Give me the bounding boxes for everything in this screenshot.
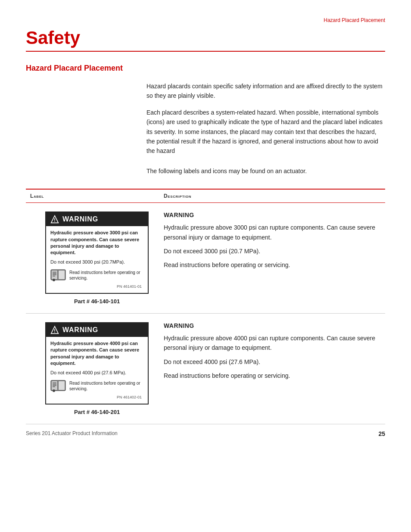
hazard-table: Label Description ! WARNING Hydraulic pr… <box>26 189 385 424</box>
breadcrumb: Hazard Placard Placement <box>26 17 385 23</box>
desc-p3-1: Read instructions before operating or se… <box>164 260 381 270</box>
warning-triangle-icon-2: ! <box>50 326 59 334</box>
page-footer: Series 201 Actuator Product Information … <box>0 430 411 437</box>
warning-header-1: ! WARNING <box>46 212 148 226</box>
warning-triangle-icon-1: ! <box>50 215 59 224</box>
svg-rect-16 <box>59 381 65 390</box>
warning-normal-text-2: Do not exceed 4000 psi (27.6 MPa). <box>50 370 143 376</box>
following-content: The following labels and icons may be fo… <box>146 163 385 189</box>
desc-p1-1: Hydraulic pressure above 3000 psi can ru… <box>164 223 381 242</box>
svg-rect-21 <box>53 386 55 387</box>
warning-placard-1: ! WARNING Hydraulic pressure above 3000 … <box>45 212 149 294</box>
warning-icon-text-1: Read instructions before operating or se… <box>69 270 143 281</box>
warning-pn-2: PN 461402-01 <box>50 394 143 400</box>
desc-warning-title-1: WARNING <box>164 212 381 218</box>
footer-left: Series 201 Actuator Product Information <box>26 430 118 437</box>
svg-rect-19 <box>53 384 56 385</box>
col-label-1: ! WARNING Hydraulic pressure above 3000 … <box>26 212 164 305</box>
manual-icon-1 <box>50 269 66 282</box>
desc-p1-2: Hydraulic pressure above 4000 psi can ru… <box>164 333 381 353</box>
svg-text:!: ! <box>54 217 56 223</box>
desc-p2-1: Do not exceed 3000 psi (20.7 MPa). <box>164 246 381 256</box>
svg-text:!: ! <box>54 328 56 333</box>
warning-bold-text-2: Hydraulic pressure above 4000 psi can ru… <box>50 340 143 367</box>
page-number: 25 <box>378 430 385 437</box>
col-desc-1: WARNING Hydraulic pressure above 3000 ps… <box>164 212 385 274</box>
manual-icon-2 <box>50 380 66 392</box>
warning-bold-text-1: Hydraulic pressure above 3000 psi can ru… <box>50 230 143 256</box>
warning-header-2: ! WARNING <box>46 323 148 337</box>
part-number-2: Part # 46-140-201 <box>74 409 120 415</box>
col-label-2: ! WARNING Hydraulic pressure above 4000 … <box>26 322 164 415</box>
table-header-row: Label Description <box>26 189 385 203</box>
warning-header-text-1: WARNING <box>62 215 98 223</box>
table-row: ! WARNING Hydraulic pressure above 3000 … <box>26 203 385 314</box>
svg-rect-6 <box>53 272 56 273</box>
warning-body-1: Hydraulic pressure above 3000 psi can ru… <box>46 226 148 293</box>
col-label-header: Label <box>26 193 164 199</box>
content-left-blank <box>26 81 146 163</box>
svg-rect-4 <box>59 271 65 279</box>
warning-icon-row-2: Read instructions before operating or se… <box>50 380 143 392</box>
warning-header-text-2: WARNING <box>62 326 98 334</box>
svg-point-22 <box>53 389 55 392</box>
desc-warning-title-2: WARNING <box>164 322 381 329</box>
svg-rect-8 <box>53 274 56 275</box>
page-title: Safety <box>26 28 385 48</box>
warning-pn-1: PN 461401-01 <box>50 283 143 289</box>
intro-paragraph-1: Hazard placards contain specific safety … <box>146 81 385 101</box>
col-desc-header: Description <box>164 193 385 199</box>
title-rule <box>26 51 385 52</box>
intro-paragraph-2: Each placard describes a system-related … <box>146 108 385 156</box>
svg-rect-7 <box>53 273 56 274</box>
svg-rect-9 <box>53 276 55 277</box>
following-paragraph: The following labels and icons may be fo… <box>146 166 385 176</box>
col-desc-2: WARNING Hydraulic pressure above 4000 ps… <box>164 322 385 385</box>
table-row: ! WARNING Hydraulic pressure above 4000 … <box>26 314 385 424</box>
warning-placard-2: ! WARNING Hydraulic pressure above 4000 … <box>45 322 149 404</box>
following-left-blank <box>26 163 146 189</box>
warning-icon-text-2: Read instructions before operating or se… <box>69 380 143 392</box>
warning-icon-row-1: Read instructions before operating or se… <box>50 269 143 282</box>
section-title: Hazard Placard Placement <box>26 64 385 73</box>
svg-rect-20 <box>53 385 56 386</box>
desc-p3-2: Read instructions before operating or se… <box>164 371 381 380</box>
svg-point-10 <box>53 279 55 281</box>
intro-content: Hazard placards contain specific safety … <box>146 81 385 163</box>
warning-body-2: Hydraulic pressure above 4000 psi can ru… <box>46 337 148 404</box>
part-number-1: Part # 46-140-101 <box>74 298 120 305</box>
warning-normal-text-1: Do not exceed 3000 psi (20.7MPa). <box>50 259 143 265</box>
desc-p2-2: Do not exceed 4000 psi (27.6 MPa). <box>164 357 381 367</box>
svg-rect-18 <box>53 383 56 383</box>
